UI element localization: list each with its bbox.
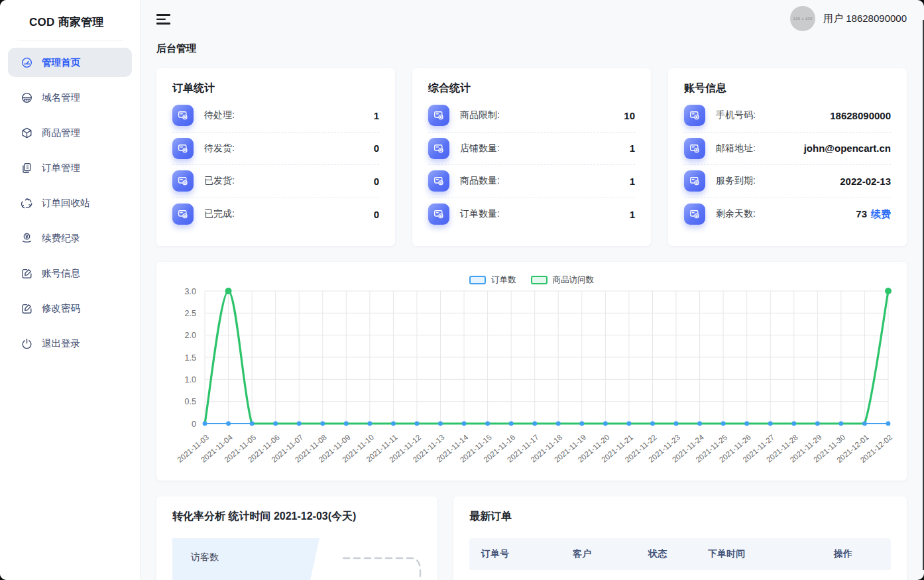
orders-icon [20, 161, 33, 174]
sidebar-divider [17, 40, 123, 41]
stat-row-value: 1 [374, 110, 379, 121]
user-label: 用户 18628090000 [823, 13, 907, 25]
stat-row-label: 剩余天数: [716, 208, 756, 220]
stat-row-value: 0 [374, 143, 379, 154]
stat-row-label: 已完成: [204, 208, 235, 220]
chart-card: 订单数商品访问数 00.51.01.52.02.53.02021-11-0320… [156, 262, 907, 481]
sidebar-item-label: 账号信息 [42, 267, 80, 280]
password-edit-icon [20, 302, 33, 315]
stat-row-label: 已发货: [204, 175, 235, 187]
conversion-card: 转化率分析 统计时间 2021-12-03(今天) 访客数 [156, 496, 437, 580]
stat-badge-icon [172, 138, 194, 159]
orders-column-header-1: 订单号 [481, 548, 573, 560]
stat-card-title: 订单统计 [172, 82, 379, 95]
stat-row: 待发货:0 [172, 133, 379, 166]
stat-row-value: 73 [856, 208, 867, 219]
stat-row: 已发货:0 [172, 165, 379, 198]
legend-label: 商品访问数 [553, 274, 595, 286]
stat-badge-icon [172, 170, 194, 192]
user-menu[interactable]: 100 x 100 用户 18628090000 [790, 6, 907, 31]
sidebar-item-8[interactable]: 修改密码 [8, 294, 132, 323]
latest-orders-card: 最新订单 订单号客户状态下单时间操作 [453, 496, 907, 580]
orders-column-header-4: 下单时间 [708, 548, 803, 560]
sidebar-item-label: 退出登录 [42, 337, 80, 350]
stat-card-2: 综合统计商品限制:10店铺数量:1商品数量:1订单数量:1 [412, 68, 651, 246]
svg-text:1.0: 1.0 [185, 375, 196, 384]
stat-card-1: 订单统计待处理:1待发货:0已发货:0已完成:0 [156, 68, 395, 246]
sidebar-item-label: 订单管理 [42, 162, 80, 174]
sidebar-item-9[interactable]: 退出登录 [8, 329, 132, 358]
conversion-card-title: 转化率分析 统计时间 2021-12-03(今天) [172, 510, 422, 524]
orders-column-header-5: 操作 [803, 548, 879, 560]
sidebar-item-5[interactable]: 订单回收站 [8, 188, 132, 217]
app-title: COD 商家管理 [0, 12, 140, 40]
svg-text:1.5: 1.5 [185, 353, 196, 363]
sidebar-item-6[interactable]: 续费纪录 [8, 223, 132, 253]
stat-row-label: 待处理: [204, 109, 235, 121]
svg-text:0.5: 0.5 [185, 397, 196, 406]
legend-item-1[interactable]: 订单数 [469, 274, 516, 286]
legend-item-2[interactable]: 商品访问数 [531, 274, 595, 286]
account-edit-icon [20, 266, 33, 280]
stat-row: 订单数量:1 [428, 198, 635, 231]
stat-row-value: 0 [374, 209, 379, 220]
latest-orders-title: 最新订单 [469, 510, 891, 524]
stat-row-value: 10 [624, 110, 635, 121]
stat-badge-icon [428, 203, 449, 225]
stat-badge-icon [684, 105, 705, 126]
sidebar-item-1[interactable]: 管理首页 [8, 48, 132, 77]
stat-card-3: 账号信息手机号码:18628090000邮箱地址:john@opencart.c… [668, 68, 907, 246]
stat-badge-icon [428, 105, 449, 126]
sidebar-item-4[interactable]: 订单管理 [8, 153, 132, 182]
stat-row-label: 手机号码: [716, 109, 756, 121]
app-window: COD 商家管理 管理首页域名管理商品管理订单管理订单回收站续费纪录账号信息修改… [0, 0, 924, 580]
sidebar-item-label: 订单回收站 [42, 197, 90, 209]
sidebar-item-3[interactable]: 商品管理 [8, 118, 132, 147]
renew-link[interactable]: 续费 [871, 208, 891, 219]
sidebar-item-label: 商品管理 [42, 127, 80, 139]
svg-text:2.5: 2.5 [185, 309, 196, 318]
sidebar-item-label: 管理首页 [42, 56, 80, 69]
cube-icon [20, 126, 33, 139]
recycle-icon [20, 196, 33, 209]
menu-toggle-icon[interactable] [156, 13, 171, 25]
stat-row-value: john@opencart.cn [804, 143, 891, 154]
stat-row-label: 店铺数量: [460, 143, 500, 154]
sidebar-item-label: 域名管理 [42, 91, 80, 104]
stat-row: 店铺数量:1 [428, 133, 635, 166]
bottom-row: 转化率分析 统计时间 2021-12-03(今天) 访客数 最新订单 订单号客户… [156, 496, 907, 580]
stat-badge-icon [428, 170, 449, 192]
svg-text:3.0: 3.0 [185, 287, 196, 296]
stat-row-label: 待发货: [204, 143, 235, 154]
orders-column-header-3: 状态 [648, 548, 708, 560]
stat-cards-row: 订单统计待处理:1待发货:0已发货:0已完成:0综合统计商品限制:10店铺数量:… [156, 68, 907, 246]
sidebar-item-label: 续费纪录 [42, 232, 80, 245]
stat-row: 商品限制:10 [428, 99, 635, 133]
topbar: 100 x 100 用户 18628090000 [156, 0, 907, 37]
stat-row-value: 1 [630, 143, 635, 154]
main-content: 100 x 100 用户 18628090000 后台管理 订单统计待处理:1待… [141, 0, 924, 580]
stat-row-value: 2022-02-13 [840, 176, 891, 187]
sidebar-menu: 管理首页域名管理商品管理订单管理订单回收站续费纪录账号信息修改密码退出登录 [0, 48, 140, 358]
sidebar-item-2[interactable]: 域名管理 [8, 83, 132, 112]
sidebar-item-label: 修改密码 [42, 302, 80, 315]
stat-row: 待处理:1 [172, 99, 379, 133]
sidebar-item-7[interactable]: 账号信息 [8, 259, 132, 288]
dashboard-icon [20, 56, 33, 69]
chart-legend: 订单数商品访问数 [170, 272, 894, 287]
stat-row: 服务到期:2022-02-13 [684, 165, 891, 198]
conversion-funnel: 访客数 [172, 538, 422, 580]
stat-row-label: 商品限制: [460, 109, 500, 121]
stat-badge-icon [172, 105, 194, 126]
svg-text:0: 0 [192, 420, 196, 429]
stat-card-title: 账号信息 [684, 82, 891, 95]
logout-icon [20, 337, 33, 350]
sidebar: COD 商家管理 管理首页域名管理商品管理订单管理订单回收站续费纪录账号信息修改… [0, 0, 141, 580]
legend-label: 订单数 [491, 274, 516, 286]
stat-badge-icon [684, 138, 705, 159]
stat-row-value: 18628090000 [830, 110, 891, 121]
avatar[interactable]: 100 x 100 [790, 6, 815, 31]
stat-badge-icon [428, 138, 449, 159]
renewal-icon [20, 231, 33, 245]
stat-row-value: 1 [630, 209, 635, 220]
